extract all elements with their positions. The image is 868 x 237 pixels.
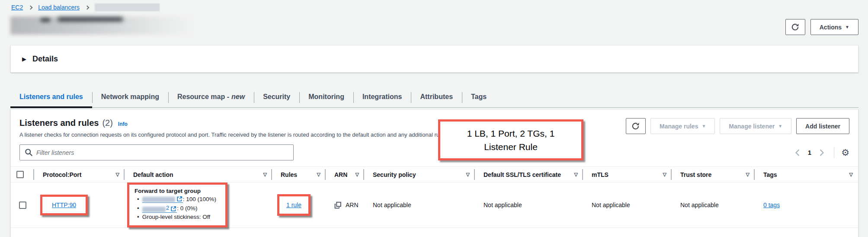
caret-down-icon: ▼ (778, 124, 782, 128)
chevron-right-icon (819, 149, 824, 156)
highlight-box-rules: 1 rule (277, 194, 311, 216)
select-all-checkbox[interactable] (16, 171, 24, 178)
tab-security[interactable]: Security (254, 87, 299, 107)
column-header-protocol-port[interactable]: Protocol:Port ▽ (34, 167, 125, 182)
tab-listeners-and-rules[interactable]: Listeners and rules (10, 87, 92, 107)
tags-link[interactable]: 0 tags (763, 202, 780, 208)
tab-bar: Listeners and rules Network mapping Reso… (10, 87, 858, 108)
target-group-1-weight: : 100 (100%) (183, 195, 216, 204)
tab-tags[interactable]: Tags (462, 87, 496, 107)
breadcrumb-redacted-lb-name (95, 3, 160, 11)
sort-icon[interactable]: ▽ (112, 172, 119, 177)
column-header-trust-store[interactable]: Trust store ▽ (672, 167, 755, 182)
target-group-1-link[interactable] (142, 196, 183, 203)
target-group-2-weight: : 0 (0%) (177, 204, 197, 213)
target-group-2-redacted-name (142, 207, 166, 212)
sort-icon[interactable]: ▽ (352, 172, 359, 177)
breadcrumb-link-load-balancers[interactable]: Load balancers (38, 4, 80, 11)
pagination: 1 ⚙ (792, 147, 849, 158)
trust-store-value: Not applicable (680, 202, 719, 208)
expand-arrow-icon[interactable]: ▶ (22, 56, 26, 62)
table-row: HTTP:90 Forward to target group • (11, 183, 858, 228)
listener-link-http-90[interactable]: HTTP:90 (52, 202, 76, 208)
previous-page-button[interactable] (792, 147, 803, 158)
caret-down-icon: ▼ (845, 25, 849, 29)
refresh-icon (791, 23, 799, 31)
security-policy-value: Not applicable (373, 202, 411, 208)
refresh-listeners-button[interactable] (626, 118, 646, 134)
current-page-number[interactable]: 1 (804, 149, 815, 156)
tab-resource-map[interactable]: Resource map -new (168, 87, 254, 107)
column-header-security-policy[interactable]: Security policy ▽ (364, 167, 475, 182)
column-header-mtls[interactable]: mTLS ▽ (583, 167, 672, 182)
chevron-left-icon (795, 149, 800, 156)
sort-icon[interactable]: ▽ (463, 172, 470, 177)
search-icon (25, 148, 33, 157)
default-action-title: Forward to target group (135, 188, 220, 194)
add-listener-button[interactable]: Add listener (796, 118, 849, 134)
chevron-right-icon (85, 5, 90, 10)
listeners-table: Protocol:Port ▽ Default action ▽ Rules ▽… (11, 167, 858, 228)
annotation-text: 1 LB, 1 Port, 2 TGs, 1 Listener Rule (440, 125, 581, 155)
column-header-tags[interactable]: Tags ▽ (755, 167, 858, 182)
chevron-right-icon (29, 5, 33, 10)
listeners-panel: Listeners and rules (2) Info A listener … (10, 109, 858, 237)
listener-count: (2) (102, 118, 112, 128)
column-header-rules[interactable]: Rules ▽ (272, 167, 326, 182)
highlight-box-protocol-port: HTTP:90 (40, 195, 88, 215)
tab-attributes[interactable]: Attributes (411, 87, 462, 107)
page-title-redacted (10, 16, 192, 35)
sort-icon[interactable]: ▽ (846, 172, 853, 177)
breadcrumb-link-ec2[interactable]: EC2 (11, 4, 23, 11)
refresh-icon (631, 122, 640, 130)
sort-icon[interactable]: ▽ (743, 172, 749, 177)
manage-listener-button[interactable]: Manage listener ▼ (720, 118, 791, 134)
table-header-row: Protocol:Port ▽ Default action ▽ Rules ▽… (11, 167, 858, 183)
caret-down-icon: ▼ (701, 124, 706, 128)
info-link[interactable]: Info (118, 121, 128, 127)
filter-listeners-input[interactable] (19, 144, 294, 160)
sort-icon[interactable]: ▽ (660, 172, 666, 177)
manage-rules-button[interactable]: Manage rules ▼ (650, 118, 715, 134)
actions-button-label: Actions (820, 24, 842, 31)
row-checkbox[interactable] (19, 202, 26, 209)
copy-icon[interactable] (334, 202, 342, 209)
target-group-1-redacted-name (142, 197, 175, 202)
details-panel[interactable]: ▶ Details (10, 45, 858, 73)
ssl-certificate-value: Not applicable (484, 202, 522, 208)
external-link-icon (170, 206, 176, 212)
tab-monitoring[interactable]: Monitoring (299, 87, 353, 107)
annotation-note-box: 1 LB, 1 Port, 2 TGs, 1 Listener Rule (438, 119, 583, 160)
target-group-2-visible-suffix: 2 (166, 204, 170, 212)
divider (834, 147, 834, 158)
sort-icon[interactable]: ▽ (314, 172, 320, 177)
tab-integrations[interactable]: Integrations (353, 87, 411, 107)
section-title: Listeners and rules (19, 118, 99, 128)
column-header-ssl-certificate[interactable]: Default SSL/TLS certificate ▽ (475, 167, 583, 182)
highlight-box-default-action: Forward to target group • : 100 (100%) (127, 183, 227, 227)
next-page-button[interactable] (817, 147, 827, 158)
group-level-stickiness: Group-level stickiness: Off (142, 213, 210, 221)
page-header: Actions ▼ (0, 13, 868, 39)
new-badge: new (231, 93, 245, 100)
sort-icon[interactable]: ▽ (571, 172, 578, 177)
tab-network-mapping[interactable]: Network mapping (92, 87, 168, 107)
column-header-default-action[interactable]: Default action ▽ (125, 167, 272, 182)
mtls-value: Not applicable (592, 202, 630, 208)
details-panel-title: Details (32, 54, 58, 64)
actions-button[interactable]: Actions ▼ (810, 19, 858, 35)
refresh-button[interactable] (785, 19, 805, 35)
section-description: A listener checks for connection request… (19, 131, 448, 138)
preferences-gear-button[interactable]: ⚙ (841, 148, 849, 157)
target-group-2-link[interactable]: 2 (142, 204, 177, 213)
external-link-icon (176, 196, 183, 202)
column-header-arn[interactable]: ARN ▽ (326, 167, 364, 182)
arn-label: ARN (346, 202, 359, 208)
breadcrumb: EC2 Load balancers (0, 0, 868, 11)
rules-link[interactable]: 1 rule (286, 202, 301, 208)
sort-icon[interactable]: ▽ (260, 172, 267, 177)
